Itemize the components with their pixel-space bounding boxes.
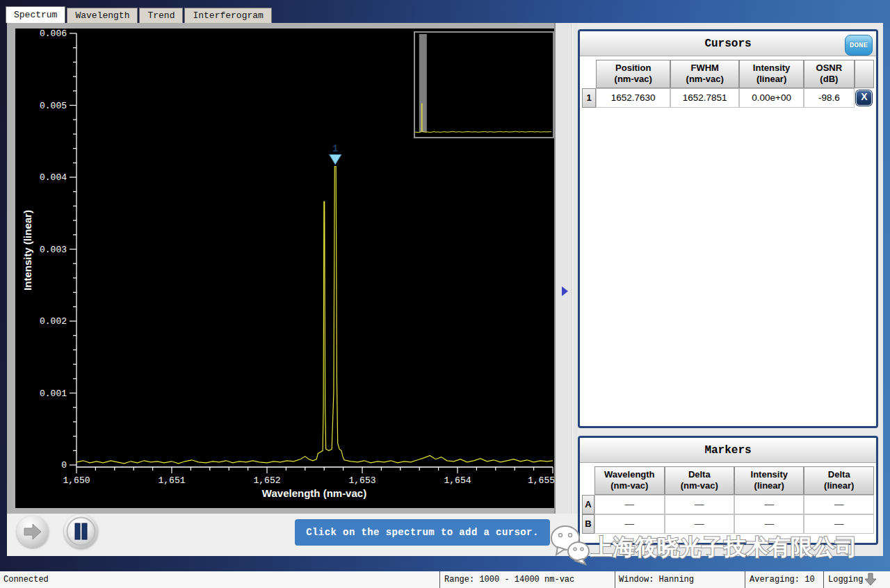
play-button[interactable] bbox=[17, 516, 49, 548]
svg-text:0.005: 0.005 bbox=[40, 101, 67, 111]
panel-splitter[interactable] bbox=[554, 23, 578, 514]
spectrum-plot[interactable]: 00.0010.0020.0030.0040.0050.0061,6501,65… bbox=[15, 28, 554, 508]
tab-strip: SpectrumWavelengthTrendInterferogram bbox=[6, 6, 272, 23]
svg-text:Wavelength (nm-vac): Wavelength (nm-vac) bbox=[262, 487, 366, 499]
column-header: Delta(linear) bbox=[804, 466, 874, 495]
status-divider bbox=[439, 571, 440, 588]
inset-view-band bbox=[419, 34, 427, 132]
status-connection: Connected bbox=[3, 575, 49, 585]
cursor-row-id: 1 bbox=[582, 88, 596, 108]
status-bar: Connected Range: 1000 - 14000 nm-vac Win… bbox=[0, 571, 890, 588]
marker-cell: — bbox=[804, 495, 874, 514]
cursor-marker-label: 1 bbox=[332, 143, 338, 154]
marker-cell: — bbox=[665, 495, 734, 514]
splitter-groove bbox=[572, 23, 573, 514]
markers-header: Markers bbox=[580, 438, 876, 463]
cursors-title: Cursors bbox=[704, 38, 751, 50]
cursors-panel: Cursors DONE Position(nm-vac)FWHM(nm-vac… bbox=[578, 29, 878, 428]
column-header bbox=[582, 60, 596, 88]
status-divider bbox=[615, 571, 615, 588]
marker-row-id: A bbox=[582, 495, 594, 514]
logging-icon[interactable] bbox=[864, 573, 877, 588]
status-window: Window: Hanning bbox=[619, 575, 694, 585]
svg-text:0.001: 0.001 bbox=[40, 389, 67, 399]
status-logging: Logging bbox=[828, 575, 863, 585]
column-header bbox=[582, 466, 594, 495]
column-header: FWHM(nm-vac) bbox=[670, 60, 739, 88]
tab-trend[interactable]: Trend bbox=[139, 8, 183, 23]
delete-cursor-button[interactable]: X bbox=[856, 90, 872, 106]
pause-button[interactable] bbox=[64, 514, 98, 548]
cursor-cell: 0.00e+00 bbox=[739, 88, 804, 108]
markers-title: Markers bbox=[704, 444, 751, 457]
cursor-cell: 1652.7630 bbox=[596, 88, 670, 108]
plot-surround: 00.0010.0020.0030.0040.0050.0061,6501,65… bbox=[7, 23, 578, 514]
svg-text:1,651: 1,651 bbox=[158, 475, 185, 486]
column-header: Intensity(linear) bbox=[739, 60, 804, 88]
marker-cell: — bbox=[734, 495, 804, 514]
status-range: Range: 1000 - 14000 nm-vac bbox=[444, 575, 574, 585]
cursors-table: Position(nm-vac)FWHM(nm-vac)Intensity(li… bbox=[582, 60, 874, 108]
column-header bbox=[855, 60, 874, 88]
status-divider bbox=[823, 571, 824, 588]
svg-text:1,653: 1,653 bbox=[348, 475, 375, 486]
tab-spectrum[interactable]: Spectrum bbox=[6, 6, 65, 23]
column-header: Position(nm-vac) bbox=[596, 60, 670, 88]
column-header: Wavelength(nm-vac) bbox=[594, 466, 664, 495]
cursor-marker bbox=[330, 154, 341, 164]
plot-controls: Click on the spectrum to add a cursor. bbox=[7, 514, 578, 556]
status-divider bbox=[745, 571, 745, 588]
done-button[interactable]: DONE bbox=[845, 35, 873, 56]
svg-text:1,655: 1,655 bbox=[528, 475, 555, 486]
status-averaging: Averaging: 10 bbox=[750, 575, 815, 585]
svg-text:0.002: 0.002 bbox=[40, 316, 67, 327]
svg-text:1,654: 1,654 bbox=[444, 475, 471, 486]
marker-row: A———— bbox=[582, 495, 874, 514]
watermark: 上海筱晓光子技术有限公司 bbox=[549, 523, 868, 570]
overview-inset[interactable] bbox=[414, 31, 554, 138]
svg-text:0.003: 0.003 bbox=[40, 245, 67, 255]
svg-text:1,652: 1,652 bbox=[253, 475, 280, 486]
cursor-row: 11652.76301652.78510.00e+00-98.6X bbox=[582, 88, 874, 108]
svg-text:1,650: 1,650 bbox=[63, 475, 90, 486]
column-header: Delta(nm-vac) bbox=[665, 466, 734, 495]
cursor-cell: 1652.7851 bbox=[670, 88, 739, 108]
wechat-icon bbox=[549, 523, 590, 566]
watermark-text: 上海筱晓光子技术有限公司 bbox=[590, 534, 857, 560]
svg-text:Intensity (linear): Intensity (linear) bbox=[22, 210, 33, 291]
cursors-header: Cursors DONE bbox=[580, 31, 876, 56]
column-header: OSNR(dB) bbox=[804, 60, 855, 88]
svg-text:0.004: 0.004 bbox=[40, 172, 67, 183]
cursor-cell: -98.6 bbox=[804, 88, 855, 108]
column-header: Intensity(linear) bbox=[734, 466, 804, 495]
svg-text:0: 0 bbox=[61, 460, 67, 471]
plot-region: 00.0010.0020.0030.0040.0050.0061,6501,65… bbox=[7, 23, 578, 556]
tab-wavelength[interactable]: Wavelength bbox=[67, 8, 138, 23]
hint-banner: Click on the spectrum to add a cursor. bbox=[295, 519, 550, 546]
tab-interferogram[interactable]: Interferogram bbox=[184, 8, 271, 23]
marker-cell: — bbox=[594, 495, 664, 514]
svg-text:0.006: 0.006 bbox=[40, 28, 67, 39]
expand-arrow-icon[interactable] bbox=[562, 286, 568, 296]
